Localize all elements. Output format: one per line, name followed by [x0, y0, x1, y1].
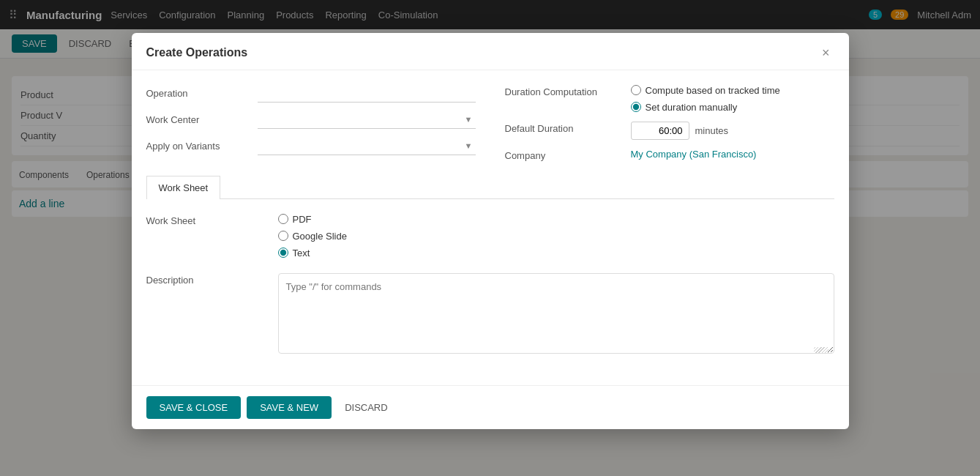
company-field: Company My Company (San Francisco) — [505, 149, 834, 161]
form-left: Operation Work Center ▼ Apply on — [146, 85, 476, 161]
work-center-select[interactable] — [258, 111, 476, 128]
worksheet-field-label: Work Sheet — [146, 214, 249, 259]
worksheet-text-label[interactable]: Text — [293, 248, 310, 259]
duration-value-group: minutes — [631, 122, 729, 140]
duration-computation-radio-group: Compute based on tracked time Set durati… — [631, 85, 780, 113]
radio-manual-input[interactable] — [631, 102, 641, 112]
company-link[interactable]: My Company (San Francisco) — [631, 149, 757, 160]
save-close-button[interactable]: SAVE & CLOSE — [146, 396, 242, 419]
default-duration-label: Default Duration — [505, 122, 622, 134]
duration-computation-field: Duration Computation Compute based on tr… — [505, 85, 834, 113]
worksheet-radio-group: PDF Google Slide Text — [278, 214, 347, 259]
radio-manual-row: Set duration manually — [631, 102, 780, 113]
modal-footer: SAVE & CLOSE SAVE & NEW DISCARD — [132, 385, 849, 429]
work-center-field-row: Work Center ▼ — [146, 111, 476, 129]
worksheet-text-row: Text — [278, 248, 347, 259]
worksheet-google-row: Google Slide — [278, 231, 347, 242]
default-duration-field: Default Duration minutes — [505, 122, 834, 140]
discard-modal-button[interactable]: DISCARD — [337, 396, 395, 419]
worksheet-text-radio[interactable] — [278, 248, 288, 258]
apply-variants-label: Apply on Variants — [146, 141, 249, 152]
description-textarea[interactable] — [278, 273, 834, 354]
duration-unit-label: minutes — [695, 125, 729, 136]
apply-variants-field-row: Apply on Variants ▼ — [146, 138, 476, 155]
form-grid: Operation Work Center ▼ Apply on — [146, 85, 834, 161]
worksheet-pdf-radio[interactable] — [278, 214, 288, 224]
apply-variants-select-wrapper: ▼ — [258, 138, 476, 155]
resize-handle — [814, 347, 828, 353]
operation-label: Operation — [146, 88, 249, 99]
worksheet-pdf-label[interactable]: PDF — [293, 214, 312, 225]
tab-worksheet[interactable]: Work Sheet — [146, 176, 221, 199]
worksheet-google-radio[interactable] — [278, 231, 288, 241]
worksheet-tab-content: Work Sheet PDF Google Slide Text — [146, 199, 834, 371]
save-new-button[interactable]: SAVE & NEW — [247, 396, 332, 419]
worksheet-row: Work Sheet PDF Google Slide Text — [146, 214, 834, 259]
modal-close-button[interactable]: × — [818, 45, 834, 61]
tab-worksheet-label: Work Sheet — [159, 182, 209, 193]
work-center-label: Work Center — [146, 114, 249, 125]
work-center-select-wrapper: ▼ — [258, 111, 476, 129]
operation-field-row: Operation — [146, 85, 476, 103]
modal-header: Create Operations × — [132, 33, 849, 70]
worksheet-pdf-row: PDF — [278, 214, 347, 225]
description-wrapper — [278, 273, 834, 356]
radio-compute-label[interactable]: Compute based on tracked time — [646, 85, 780, 96]
modal-body: Operation Work Center ▼ Apply on — [132, 70, 849, 385]
radio-compute-input[interactable] — [631, 85, 641, 95]
worksheet-google-label[interactable]: Google Slide — [293, 231, 347, 242]
description-row: Description — [146, 273, 834, 356]
radio-manual-label[interactable]: Set duration manually — [646, 102, 738, 113]
tabs-bar: Work Sheet — [146, 176, 834, 199]
company-label: Company — [505, 149, 622, 161]
description-label: Description — [146, 273, 249, 356]
apply-variants-select[interactable] — [258, 138, 476, 155]
modal-overlay: Create Operations × Operation Work Cente… — [0, 0, 980, 476]
duration-computation-label: Duration Computation — [505, 85, 622, 97]
default-duration-input[interactable] — [631, 122, 689, 140]
operation-input[interactable] — [258, 85, 476, 103]
create-operations-modal: Create Operations × Operation Work Cente… — [132, 33, 849, 429]
form-right: Duration Computation Compute based on tr… — [505, 85, 834, 161]
radio-compute-row: Compute based on tracked time — [631, 85, 780, 96]
modal-title: Create Operations — [146, 46, 248, 59]
